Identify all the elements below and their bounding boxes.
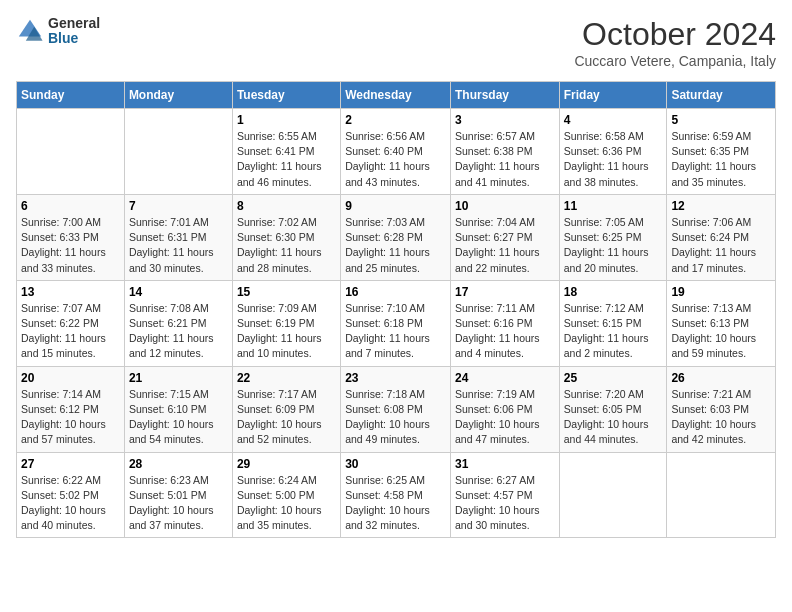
calendar-cell: 24Sunrise: 7:19 AM Sunset: 6:06 PM Dayli… xyxy=(450,366,559,452)
day-info: Sunrise: 6:57 AM Sunset: 6:38 PM Dayligh… xyxy=(455,130,540,188)
day-number: 16 xyxy=(345,285,446,299)
day-info: Sunrise: 6:55 AM Sunset: 6:41 PM Dayligh… xyxy=(237,130,322,188)
day-number: 15 xyxy=(237,285,336,299)
day-number: 29 xyxy=(237,457,336,471)
calendar-cell xyxy=(667,452,776,538)
calendar-week-row: 20Sunrise: 7:14 AM Sunset: 6:12 PM Dayli… xyxy=(17,366,776,452)
day-number: 28 xyxy=(129,457,228,471)
day-number: 12 xyxy=(671,199,771,213)
month-title: October 2024 xyxy=(574,16,776,53)
day-info: Sunrise: 7:13 AM Sunset: 6:13 PM Dayligh… xyxy=(671,302,756,360)
title-block: October 2024 Cuccaro Vetere, Campania, I… xyxy=(574,16,776,69)
day-number: 13 xyxy=(21,285,120,299)
day-number: 30 xyxy=(345,457,446,471)
day-number: 18 xyxy=(564,285,663,299)
calendar-cell: 18Sunrise: 7:12 AM Sunset: 6:15 PM Dayli… xyxy=(559,280,667,366)
day-info: Sunrise: 7:21 AM Sunset: 6:03 PM Dayligh… xyxy=(671,388,756,446)
day-number: 11 xyxy=(564,199,663,213)
day-number: 9 xyxy=(345,199,446,213)
calendar-cell: 16Sunrise: 7:10 AM Sunset: 6:18 PM Dayli… xyxy=(341,280,451,366)
day-info: Sunrise: 7:00 AM Sunset: 6:33 PM Dayligh… xyxy=(21,216,106,274)
day-info: Sunrise: 7:08 AM Sunset: 6:21 PM Dayligh… xyxy=(129,302,214,360)
day-info: Sunrise: 7:04 AM Sunset: 6:27 PM Dayligh… xyxy=(455,216,540,274)
day-number: 22 xyxy=(237,371,336,385)
day-number: 3 xyxy=(455,113,555,127)
day-info: Sunrise: 7:12 AM Sunset: 6:15 PM Dayligh… xyxy=(564,302,649,360)
day-number: 26 xyxy=(671,371,771,385)
calendar-cell: 7Sunrise: 7:01 AM Sunset: 6:31 PM Daylig… xyxy=(124,194,232,280)
day-info: Sunrise: 6:22 AM Sunset: 5:02 PM Dayligh… xyxy=(21,474,106,532)
weekday-header: Tuesday xyxy=(232,82,340,109)
calendar-cell xyxy=(124,109,232,195)
page-header: General Blue October 2024 Cuccaro Vetere… xyxy=(16,16,776,69)
day-number: 23 xyxy=(345,371,446,385)
day-info: Sunrise: 7:09 AM Sunset: 6:19 PM Dayligh… xyxy=(237,302,322,360)
day-info: Sunrise: 6:58 AM Sunset: 6:36 PM Dayligh… xyxy=(564,130,649,188)
weekday-header: Monday xyxy=(124,82,232,109)
day-number: 10 xyxy=(455,199,555,213)
calendar-cell: 14Sunrise: 7:08 AM Sunset: 6:21 PM Dayli… xyxy=(124,280,232,366)
day-number: 17 xyxy=(455,285,555,299)
calendar-cell: 26Sunrise: 7:21 AM Sunset: 6:03 PM Dayli… xyxy=(667,366,776,452)
day-info: Sunrise: 6:23 AM Sunset: 5:01 PM Dayligh… xyxy=(129,474,214,532)
day-number: 20 xyxy=(21,371,120,385)
day-info: Sunrise: 7:19 AM Sunset: 6:06 PM Dayligh… xyxy=(455,388,540,446)
calendar-cell: 3Sunrise: 6:57 AM Sunset: 6:38 PM Daylig… xyxy=(450,109,559,195)
day-info: Sunrise: 6:24 AM Sunset: 5:00 PM Dayligh… xyxy=(237,474,322,532)
day-number: 31 xyxy=(455,457,555,471)
day-number: 14 xyxy=(129,285,228,299)
day-info: Sunrise: 7:02 AM Sunset: 6:30 PM Dayligh… xyxy=(237,216,322,274)
day-number: 4 xyxy=(564,113,663,127)
calendar-cell: 8Sunrise: 7:02 AM Sunset: 6:30 PM Daylig… xyxy=(232,194,340,280)
logo-text: General Blue xyxy=(48,16,100,47)
calendar-cell xyxy=(17,109,125,195)
day-number: 8 xyxy=(237,199,336,213)
day-number: 7 xyxy=(129,199,228,213)
calendar-cell: 25Sunrise: 7:20 AM Sunset: 6:05 PM Dayli… xyxy=(559,366,667,452)
calendar-cell: 29Sunrise: 6:24 AM Sunset: 5:00 PM Dayli… xyxy=(232,452,340,538)
weekday-header: Saturday xyxy=(667,82,776,109)
calendar-cell xyxy=(559,452,667,538)
calendar-cell: 15Sunrise: 7:09 AM Sunset: 6:19 PM Dayli… xyxy=(232,280,340,366)
day-info: Sunrise: 7:11 AM Sunset: 6:16 PM Dayligh… xyxy=(455,302,540,360)
logo: General Blue xyxy=(16,16,100,47)
calendar-week-row: 6Sunrise: 7:00 AM Sunset: 6:33 PM Daylig… xyxy=(17,194,776,280)
weekday-header: Wednesday xyxy=(341,82,451,109)
calendar-cell: 20Sunrise: 7:14 AM Sunset: 6:12 PM Dayli… xyxy=(17,366,125,452)
day-number: 24 xyxy=(455,371,555,385)
day-info: Sunrise: 7:06 AM Sunset: 6:24 PM Dayligh… xyxy=(671,216,756,274)
day-info: Sunrise: 7:01 AM Sunset: 6:31 PM Dayligh… xyxy=(129,216,214,274)
calendar-cell: 1Sunrise: 6:55 AM Sunset: 6:41 PM Daylig… xyxy=(232,109,340,195)
calendar-cell: 6Sunrise: 7:00 AM Sunset: 6:33 PM Daylig… xyxy=(17,194,125,280)
day-info: Sunrise: 7:03 AM Sunset: 6:28 PM Dayligh… xyxy=(345,216,430,274)
day-info: Sunrise: 6:59 AM Sunset: 6:35 PM Dayligh… xyxy=(671,130,756,188)
calendar-cell: 28Sunrise: 6:23 AM Sunset: 5:01 PM Dayli… xyxy=(124,452,232,538)
calendar-week-row: 27Sunrise: 6:22 AM Sunset: 5:02 PM Dayli… xyxy=(17,452,776,538)
day-info: Sunrise: 7:10 AM Sunset: 6:18 PM Dayligh… xyxy=(345,302,430,360)
day-number: 1 xyxy=(237,113,336,127)
day-info: Sunrise: 6:27 AM Sunset: 4:57 PM Dayligh… xyxy=(455,474,540,532)
weekday-header: Thursday xyxy=(450,82,559,109)
calendar-cell: 9Sunrise: 7:03 AM Sunset: 6:28 PM Daylig… xyxy=(341,194,451,280)
calendar-cell: 27Sunrise: 6:22 AM Sunset: 5:02 PM Dayli… xyxy=(17,452,125,538)
day-info: Sunrise: 7:20 AM Sunset: 6:05 PM Dayligh… xyxy=(564,388,649,446)
calendar-week-row: 1Sunrise: 6:55 AM Sunset: 6:41 PM Daylig… xyxy=(17,109,776,195)
day-info: Sunrise: 7:17 AM Sunset: 6:09 PM Dayligh… xyxy=(237,388,322,446)
calendar-cell: 23Sunrise: 7:18 AM Sunset: 6:08 PM Dayli… xyxy=(341,366,451,452)
calendar-cell: 19Sunrise: 7:13 AM Sunset: 6:13 PM Dayli… xyxy=(667,280,776,366)
calendar-cell: 12Sunrise: 7:06 AM Sunset: 6:24 PM Dayli… xyxy=(667,194,776,280)
calendar-week-row: 13Sunrise: 7:07 AM Sunset: 6:22 PM Dayli… xyxy=(17,280,776,366)
calendar-cell: 30Sunrise: 6:25 AM Sunset: 4:58 PM Dayli… xyxy=(341,452,451,538)
day-info: Sunrise: 7:18 AM Sunset: 6:08 PM Dayligh… xyxy=(345,388,430,446)
day-info: Sunrise: 7:05 AM Sunset: 6:25 PM Dayligh… xyxy=(564,216,649,274)
day-info: Sunrise: 6:25 AM Sunset: 4:58 PM Dayligh… xyxy=(345,474,430,532)
calendar-cell: 2Sunrise: 6:56 AM Sunset: 6:40 PM Daylig… xyxy=(341,109,451,195)
calendar-table: SundayMondayTuesdayWednesdayThursdayFrid… xyxy=(16,81,776,538)
weekday-header: Sunday xyxy=(17,82,125,109)
day-number: 19 xyxy=(671,285,771,299)
weekday-header-row: SundayMondayTuesdayWednesdayThursdayFrid… xyxy=(17,82,776,109)
calendar-cell: 11Sunrise: 7:05 AM Sunset: 6:25 PM Dayli… xyxy=(559,194,667,280)
day-info: Sunrise: 7:14 AM Sunset: 6:12 PM Dayligh… xyxy=(21,388,106,446)
calendar-cell: 21Sunrise: 7:15 AM Sunset: 6:10 PM Dayli… xyxy=(124,366,232,452)
day-number: 27 xyxy=(21,457,120,471)
